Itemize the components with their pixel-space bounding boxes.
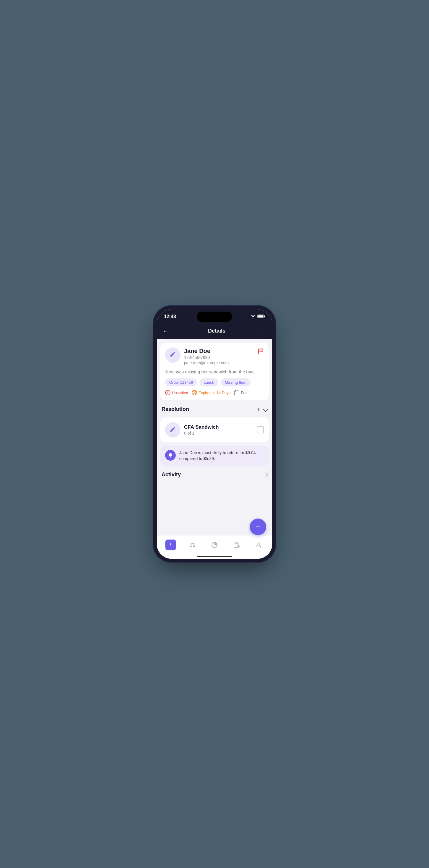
user-email: jane.doe@example.com [184,361,254,365]
page-header: ← Details ··· [157,324,272,339]
wifi-icon [250,314,256,319]
home-indicator [197,556,232,557]
user-card: Jane Doe 123-456-7890 jane.doe@example.c… [160,343,269,400]
resolution-item-info: CFA Sandwich 0 of 1 [184,424,253,435]
item-name: CFA Sandwich [184,424,253,430]
reports-icon [233,541,240,548]
svg-rect-4 [234,391,239,395]
svg-rect-6 [170,457,171,458]
scale-icon: ⚖ [190,541,195,549]
user-name: Jane Doe [184,347,254,354]
battery-icon [257,314,265,319]
expires-icon [192,390,197,395]
nav-item-chart[interactable] [204,537,225,553]
status-time: 12:43 [164,314,176,319]
chevron-right-icon [264,473,268,477]
edit-icon [169,351,176,360]
bottom-nav: ! ⚖ [157,535,272,559]
activity-title: Activity [162,471,181,478]
alerts-nav-icon: ! [165,539,176,550]
lightbulb-icon [165,450,176,461]
nav-item-alerts[interactable]: ! [160,537,182,553]
fab-plus-icon: + [256,523,260,531]
svg-point-10 [257,543,259,545]
activity-expand-button[interactable] [264,472,267,477]
svg-rect-5 [170,457,171,457]
fab-button[interactable]: + [250,519,266,535]
resolution-checkbox[interactable] [257,426,264,433]
user-info: Jane Doe 123-456-7890 jane.doe@example.c… [184,347,254,365]
add-resolution-button[interactable]: + [257,406,260,413]
resolution-card: CFA Sandwich 0 of 1 [160,417,269,442]
nav-item-reports[interactable] [225,537,247,553]
item-count: 0 of 1 [184,431,253,435]
more-button[interactable]: ··· [260,328,266,334]
profile-icon [255,541,261,548]
profile-nav-icon [253,539,264,550]
status-date-item: Feb [234,390,247,395]
resolution-item: CFA Sandwich 0 of 1 [165,422,264,438]
nav-item-scale[interactable]: ⚖ [182,537,204,553]
status-row: ! Unsettled Expires in 14 Days [165,390,264,395]
nav-item-profile[interactable] [247,537,269,553]
chevron-down-icon [263,407,268,412]
unsettled-icon: ! [165,390,170,395]
tags-row: Order 123456 Lunch Missing Item [165,378,264,386]
status-date-label: Feb [241,391,247,395]
tag-order[interactable]: Order 123456 [165,378,197,386]
page-title: Details [208,328,225,334]
calendar-icon [234,390,239,395]
chart-nav-icon [209,539,220,550]
collapse-resolution-button[interactable] [264,406,267,413]
edit-icon-2 [169,426,176,434]
status-icons: ···· [243,314,265,319]
status-unsettled-item: ! Unsettled [165,390,188,395]
scale-nav-icon: ⚖ [187,539,198,550]
tag-lunch[interactable]: Lunch [199,378,218,386]
user-description: Jane was missing her sandwich from the b… [165,369,264,375]
resolution-section-header: Resolution + [160,404,269,415]
activity-section-header: Activity [160,469,269,480]
section-actions: + [257,406,267,413]
status-unsettled-label: Unsettled [172,391,188,395]
resolution-title: Resolution [162,406,189,412]
insight-card: Jane Doe is most likely to return for $9… [160,446,269,466]
insight-text: Jane Doe is most likely to return for $9… [179,450,264,462]
user-card-header: Jane Doe 123-456-7890 jane.doe@example.c… [165,347,264,365]
resolution-avatar [165,422,180,438]
back-button[interactable]: ← [163,328,173,334]
signal-icon: ···· [243,315,249,318]
status-bar: 12:43 ···· [157,309,272,324]
pie-chart-icon [211,541,218,548]
main-content: Jane Doe 123-456-7890 jane.doe@example.c… [157,339,272,539]
flag-icon[interactable] [257,348,264,356]
svg-rect-2 [264,315,265,317]
status-expires-label: Expires in 14 Days [199,391,230,395]
status-expires-item: Expires in 14 Days [192,390,230,395]
svg-rect-1 [258,315,264,317]
user-phone: 123-456-7890 [184,355,254,360]
phone-frame: 12:43 ···· ← Details ··· [157,309,272,559]
avatar [165,347,180,363]
tag-missing-item[interactable]: Missing Item [221,378,251,386]
alerts-icon: ! [170,542,172,547]
reports-nav-icon [231,539,242,550]
dynamic-island [197,312,232,322]
